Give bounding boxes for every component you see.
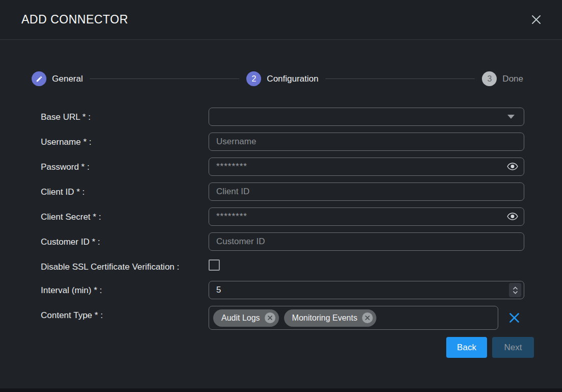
form-row-customer-id: Customer ID * :: [41, 232, 562, 251]
eye-icon[interactable]: [507, 212, 518, 223]
content-type-field[interactable]: Audit Logs Monitoring Events: [209, 306, 498, 330]
step-done-indicator: 3: [482, 71, 497, 86]
form-row-client-id: Client ID * :: [41, 182, 562, 201]
interval-label: Interval (min) * :: [41, 281, 209, 299]
customer-id-label: Customer ID * :: [41, 232, 209, 251]
dialog-header: ADD CONNECTOR: [0, 0, 562, 40]
base-url-select[interactable]: [209, 108, 524, 126]
eye-icon[interactable]: [507, 162, 518, 173]
remove-tag-icon[interactable]: [362, 312, 373, 323]
step-configuration-label: Configuration: [267, 74, 318, 84]
interval-field[interactable]: [209, 281, 524, 299]
username-label: Username * :: [41, 133, 209, 151]
tag-monitoring-events: Monitoring Events: [284, 309, 376, 327]
password-label: Password * :: [41, 158, 209, 176]
step-general-label: General: [52, 74, 83, 84]
wizard-stepper: General 2 Configuration 3 Done: [32, 71, 523, 86]
close-icon[interactable]: [531, 14, 542, 25]
next-button[interactable]: Next: [492, 337, 534, 358]
clear-tags-icon[interactable]: [508, 312, 520, 326]
dialog-title: ADD CONNECTOR: [21, 13, 128, 27]
base-url-label: Base URL * :: [41, 108, 209, 126]
content-type-label: Content Type * :: [41, 306, 209, 330]
form-row-username: Username * :: [41, 133, 562, 151]
step-general[interactable]: General: [32, 71, 83, 86]
client-id-label: Client ID * :: [41, 182, 209, 201]
stepper-connector: [325, 79, 475, 79]
step-general-indicator: [32, 71, 46, 86]
customer-id-field[interactable]: [209, 232, 524, 251]
form-row-base-url: Base URL * :: [41, 108, 562, 126]
connector-form: Base URL * : Username * : Password * :: [41, 108, 562, 330]
back-button[interactable]: Back: [446, 337, 487, 358]
client-id-field[interactable]: [209, 182, 524, 201]
form-row-content-type: Content Type * : Audit Logs Monitoring E…: [41, 306, 562, 330]
password-field[interactable]: [209, 158, 524, 176]
tag-label: Monitoring Events: [292, 313, 357, 323]
step-done[interactable]: 3 Done: [482, 71, 523, 86]
dialog-footer: Back Next: [0, 337, 534, 358]
form-row-password: Password * :: [41, 158, 562, 176]
form-row-disable-ssl: Disable SSL Certificate Verification :: [41, 257, 562, 273]
tag-audit-logs: Audit Logs: [213, 309, 279, 327]
disable-ssl-label: Disable SSL Certificate Verification :: [41, 257, 209, 273]
disable-ssl-checkbox[interactable]: [209, 259, 220, 271]
number-stepper[interactable]: [509, 283, 521, 297]
step-configuration[interactable]: 2 Configuration: [246, 71, 318, 86]
username-field[interactable]: [209, 133, 524, 151]
remove-tag-icon[interactable]: [265, 312, 275, 323]
stepper-connector: [90, 79, 239, 79]
form-row-interval: Interval (min) * :: [41, 281, 562, 299]
chevron-down-icon: [507, 115, 515, 119]
client-secret-label: Client Secret * :: [41, 207, 209, 226]
tag-label: Audit Logs: [221, 313, 260, 323]
step-configuration-indicator: 2: [246, 71, 261, 86]
step-done-label: Done: [502, 74, 523, 84]
form-row-client-secret: Client Secret * :: [41, 207, 562, 226]
add-connector-dialog: ADD CONNECTOR General 2 Configuration 3 …: [0, 0, 562, 388]
client-secret-field[interactable]: [209, 207, 524, 226]
pencil-icon: [36, 75, 43, 83]
